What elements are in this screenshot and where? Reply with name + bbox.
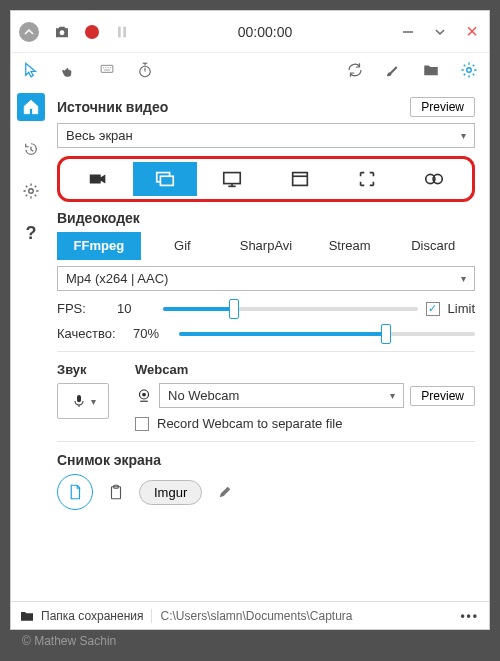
source-window[interactable]	[268, 162, 331, 196]
clipboard-icon[interactable]	[107, 483, 125, 501]
folder-icon	[19, 608, 35, 624]
close-button[interactable]: ×	[463, 23, 481, 41]
statusbar: Папка сохранения C:\Users\slamn\Document…	[11, 601, 489, 629]
folder-tool[interactable]	[421, 60, 441, 80]
fps-slider[interactable]	[163, 307, 418, 311]
codec-tab-stream[interactable]: Stream	[308, 232, 392, 260]
credit-text: © Mathew Sachin	[10, 630, 490, 652]
preview-button[interactable]: Preview	[410, 97, 475, 117]
nav-home[interactable]	[17, 93, 45, 121]
divider	[57, 351, 475, 352]
webcam-preview-button[interactable]: Preview	[410, 386, 475, 406]
keyboard-tool[interactable]	[97, 60, 117, 80]
side-nav: ?	[11, 87, 51, 601]
svg-point-15	[29, 189, 34, 194]
webcam-title: Webcam	[135, 362, 475, 377]
webcam-separate-checkbox[interactable]	[135, 417, 149, 431]
svg-rect-25	[77, 395, 81, 402]
codec-tab-ffmpeg[interactable]: FFmpeg	[57, 232, 141, 260]
svg-rect-18	[224, 173, 241, 184]
brush-tool[interactable]	[383, 60, 403, 80]
source-game[interactable]	[403, 162, 466, 196]
source-region[interactable]	[335, 162, 398, 196]
divider	[57, 441, 475, 442]
video-source-title: Источник видео	[57, 99, 168, 115]
chevron-down-icon: ▾	[461, 130, 466, 141]
main-panel: Источник видео Preview Весь экран ▾	[51, 87, 489, 601]
timer-display: 00:00:00	[131, 24, 399, 40]
codec-tab-gif[interactable]: Gif	[141, 232, 225, 260]
codec-tab-discard[interactable]: Discard	[391, 232, 475, 260]
nav-settings[interactable]	[17, 177, 45, 205]
webcam-icon	[135, 387, 153, 405]
chevron-down-icon: ▾	[390, 390, 395, 401]
webcam-separate-label: Record Webcam to separate file	[157, 416, 342, 431]
format-dropdown[interactable]: Mp4 (x264 | AAC) ▾	[57, 266, 475, 291]
pause-button[interactable]	[113, 23, 131, 41]
source-monitor[interactable]	[201, 162, 264, 196]
collapse-button[interactable]	[19, 22, 39, 42]
svg-rect-2	[123, 26, 126, 37]
app-window: 00:00:00 ×	[10, 10, 490, 630]
nav-help[interactable]: ?	[17, 219, 45, 247]
codec-tabs: FFmpeg Gif SharpAvi Stream Discard	[57, 232, 475, 260]
chevron-down-icon: ▾	[91, 396, 96, 407]
webcam-dropdown[interactable]: No Webcam ▾	[159, 383, 404, 408]
video-source-dropdown[interactable]: Весь экран ▾	[57, 123, 475, 148]
settings-tool[interactable]	[459, 60, 479, 80]
codec-tab-sharpavi[interactable]: SharpAvi	[224, 232, 308, 260]
quality-label: Качество:	[57, 326, 125, 341]
timer-tool[interactable]	[135, 60, 155, 80]
tools-row	[11, 53, 489, 87]
titlebar: 00:00:00 ×	[11, 11, 489, 53]
format-selected: Mp4 (x264 | AAC)	[66, 271, 168, 286]
screenshot-title: Снимок экрана	[57, 452, 161, 468]
sound-title: Звук	[57, 362, 117, 377]
source-screens[interactable]	[133, 162, 196, 196]
fps-value: 10	[117, 301, 155, 316]
save-path[interactable]: C:\Users\slamn\Documents\Captura	[151, 609, 450, 623]
svg-point-27	[142, 392, 146, 396]
source-camera[interactable]	[66, 162, 129, 196]
pencil-icon[interactable]	[216, 483, 234, 501]
quality-slider[interactable]	[179, 332, 475, 336]
fps-label: FPS:	[57, 301, 109, 316]
imgur-button[interactable]: Imgur	[139, 480, 202, 505]
source-type-tabs	[57, 156, 475, 202]
click-tool[interactable]	[59, 60, 79, 80]
svg-rect-1	[118, 26, 121, 37]
video-source-selected: Весь экран	[66, 128, 133, 143]
sound-mic-button[interactable]: ▾	[57, 383, 109, 419]
limit-checkbox[interactable]: ✓	[426, 302, 440, 316]
codec-title: Видеокодек	[57, 210, 140, 226]
quality-value: 70%	[133, 326, 171, 341]
screenshot-file-button[interactable]	[57, 474, 93, 510]
cursor-tool[interactable]	[21, 60, 41, 80]
webcam-selected: No Webcam	[168, 388, 239, 403]
more-button[interactable]: •••	[450, 609, 489, 623]
record-button[interactable]	[85, 25, 99, 39]
expand-down-button[interactable]	[431, 23, 449, 41]
svg-point-0	[60, 30, 65, 35]
chevron-down-icon: ▾	[461, 273, 466, 284]
refresh-tool[interactable]	[345, 60, 365, 80]
limit-label: Limit	[448, 301, 475, 316]
camera-icon[interactable]	[53, 23, 71, 41]
save-folder-label: Папка сохранения	[41, 609, 143, 623]
svg-rect-17	[160, 176, 173, 185]
svg-rect-21	[292, 173, 307, 186]
minimize-button[interactable]	[399, 23, 417, 41]
svg-point-14	[467, 68, 472, 73]
nav-history[interactable]	[17, 135, 45, 163]
svg-rect-4	[101, 65, 113, 72]
